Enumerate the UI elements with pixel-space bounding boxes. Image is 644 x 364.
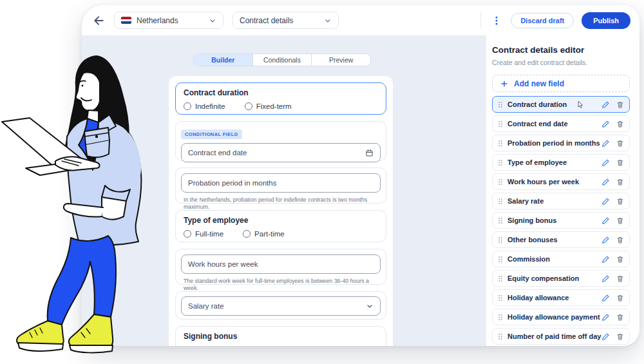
edit-field-icon[interactable] bbox=[601, 158, 610, 167]
grip-dots-icon[interactable] bbox=[498, 101, 503, 109]
pointer-cursor-icon bbox=[576, 100, 585, 109]
field-row[interactable]: Number of paid time off days bbox=[492, 328, 630, 345]
field-row[interactable]: Holiday allowance payment fre... bbox=[492, 309, 630, 325]
delete-field-icon[interactable] bbox=[616, 197, 624, 206]
card-probation-period[interactable]: Probation period in months In the Nether… bbox=[175, 168, 386, 204]
field-row-label: Type of employee bbox=[507, 158, 601, 166]
probation-period-field[interactable]: Probation period in months bbox=[181, 173, 381, 193]
radio-indefinite[interactable] bbox=[184, 102, 191, 110]
template-select[interactable]: Contract details bbox=[232, 12, 339, 29]
tab-builder[interactable]: Builder bbox=[194, 54, 252, 66]
card-type-of-employee[interactable]: Type of employee Full-time Part-time bbox=[175, 210, 386, 242]
card-contract-duration[interactable]: Contract duration Indefinite Fixed-term bbox=[175, 82, 386, 115]
field-row[interactable]: Commission bbox=[492, 251, 630, 267]
card-work-hours[interactable]: Work hours per week The standard work we… bbox=[175, 249, 386, 285]
contract-details-editor-panel: Contract details editor Create and edit … bbox=[486, 35, 639, 346]
delete-field-icon[interactable] bbox=[616, 255, 624, 263]
delete-field-icon[interactable] bbox=[616, 178, 624, 186]
radio-label: Fixed-term bbox=[256, 102, 292, 110]
edit-field-icon[interactable] bbox=[601, 255, 610, 263]
grip-dots-icon[interactable] bbox=[498, 216, 503, 225]
delete-field-icon[interactable] bbox=[616, 101, 624, 109]
more-options-button[interactable] bbox=[489, 12, 504, 29]
edit-field-icon[interactable] bbox=[601, 216, 610, 225]
publish-button[interactable]: Publish bbox=[582, 12, 630, 29]
field-row[interactable]: Equity compensation bbox=[492, 270, 630, 287]
field-row[interactable]: Type of employee bbox=[492, 154, 630, 171]
edit-field-icon[interactable] bbox=[601, 178, 610, 186]
tab-conditionals[interactable]: Conditionals bbox=[252, 54, 312, 66]
edit-field-icon[interactable] bbox=[601, 332, 610, 341]
delete-field-icon[interactable] bbox=[616, 274, 624, 283]
form-panel: Contract duration Indefinite Fixed-term … bbox=[169, 76, 393, 346]
grip-dots-icon[interactable] bbox=[498, 158, 503, 167]
edit-field-icon[interactable] bbox=[601, 294, 610, 302]
add-new-field-button[interactable]: Add new field bbox=[492, 75, 630, 92]
radio-full-time[interactable] bbox=[184, 230, 191, 238]
grip-dots-icon[interactable] bbox=[498, 120, 503, 128]
field-row-label: Other bonuses bbox=[507, 236, 601, 244]
panel-title: Contract details editor bbox=[492, 45, 630, 55]
delete-field-icon[interactable] bbox=[616, 294, 624, 302]
field-row-label: Holiday allowance bbox=[507, 294, 601, 302]
grip-dots-icon[interactable] bbox=[498, 139, 503, 148]
edit-field-icon[interactable] bbox=[601, 274, 610, 283]
radio-label: Indefinite bbox=[195, 102, 225, 110]
builder-canvas: Builder Conditionals Preview Contract du… bbox=[82, 35, 486, 346]
tab-preview[interactable]: Preview bbox=[311, 54, 370, 66]
discard-draft-button[interactable]: Discard draft bbox=[511, 13, 574, 28]
grip-dots-icon[interactable] bbox=[498, 294, 503, 302]
field-row[interactable]: Salary rate bbox=[492, 193, 630, 209]
delete-field-icon[interactable] bbox=[616, 313, 624, 321]
panel-subtitle: Create and edit contract details. bbox=[492, 59, 630, 66]
chevron-down-icon bbox=[324, 17, 332, 24]
edit-field-icon[interactable] bbox=[601, 313, 610, 321]
edit-field-icon[interactable] bbox=[601, 139, 610, 148]
delete-field-icon[interactable] bbox=[616, 139, 624, 148]
field-placeholder: Work hours per week bbox=[188, 260, 258, 268]
field-row[interactable]: Holiday allowance bbox=[492, 289, 630, 306]
delete-field-icon[interactable] bbox=[616, 216, 624, 225]
app-window: Netherlands Contract details Discard dra… bbox=[82, 5, 639, 346]
grip-dots-icon[interactable] bbox=[498, 274, 503, 283]
back-button[interactable] bbox=[90, 11, 109, 30]
netherlands-flag-icon bbox=[121, 17, 131, 24]
salary-rate-select[interactable]: Salary rate bbox=[181, 296, 381, 316]
grip-dots-icon[interactable] bbox=[498, 236, 503, 244]
work-hours-field[interactable]: Work hours per week bbox=[181, 254, 381, 274]
field-row-label: Contract duration bbox=[507, 101, 576, 108]
field-row[interactable]: Other bonuses bbox=[492, 231, 630, 248]
grip-dots-icon[interactable] bbox=[498, 178, 503, 186]
question-text: Do you want to include a one-time signin… bbox=[184, 345, 378, 346]
template-select-value: Contract details bbox=[240, 16, 319, 25]
field-row-label: Number of paid time off days bbox=[507, 332, 601, 340]
grip-dots-icon[interactable] bbox=[498, 197, 503, 206]
card-signing-bonus[interactable]: Signing bonus Do you want to include a o… bbox=[175, 326, 386, 346]
field-row[interactable]: Contract duration bbox=[492, 96, 630, 113]
field-row[interactable]: Probation period in months bbox=[492, 135, 630, 151]
field-row[interactable]: Work hours per week bbox=[492, 173, 630, 190]
delete-field-icon[interactable] bbox=[616, 332, 624, 341]
grip-dots-icon[interactable] bbox=[498, 332, 503, 341]
radio-part-time[interactable] bbox=[243, 230, 251, 238]
plus-icon bbox=[500, 80, 508, 88]
field-row-label: Signing bonus bbox=[507, 216, 601, 224]
edit-field-icon[interactable] bbox=[601, 236, 610, 244]
conditional-field-badge: CONDITIONAL FIELD bbox=[181, 129, 242, 139]
card-salary-rate[interactable]: Salary rate bbox=[175, 291, 386, 320]
grip-dots-icon[interactable] bbox=[498, 313, 503, 321]
grip-dots-icon[interactable] bbox=[498, 255, 503, 263]
delete-field-icon[interactable] bbox=[616, 236, 624, 244]
delete-field-icon[interactable] bbox=[616, 158, 624, 167]
card-contract-end-date[interactable]: CONDITIONAL FIELD Contract end date bbox=[175, 121, 386, 161]
field-list: Contract durationContract end dateProbat… bbox=[492, 96, 630, 345]
field-row[interactable]: Signing bonus bbox=[492, 212, 630, 229]
delete-field-icon[interactable] bbox=[616, 120, 624, 128]
edit-field-icon[interactable] bbox=[601, 197, 610, 206]
contract-end-date-field[interactable]: Contract end date bbox=[181, 143, 381, 162]
country-select[interactable]: Netherlands bbox=[114, 12, 223, 29]
field-row[interactable]: Contract end date bbox=[492, 115, 630, 132]
edit-field-icon[interactable] bbox=[601, 101, 610, 109]
radio-fixed-term[interactable] bbox=[245, 102, 252, 110]
edit-field-icon[interactable] bbox=[601, 120, 610, 128]
